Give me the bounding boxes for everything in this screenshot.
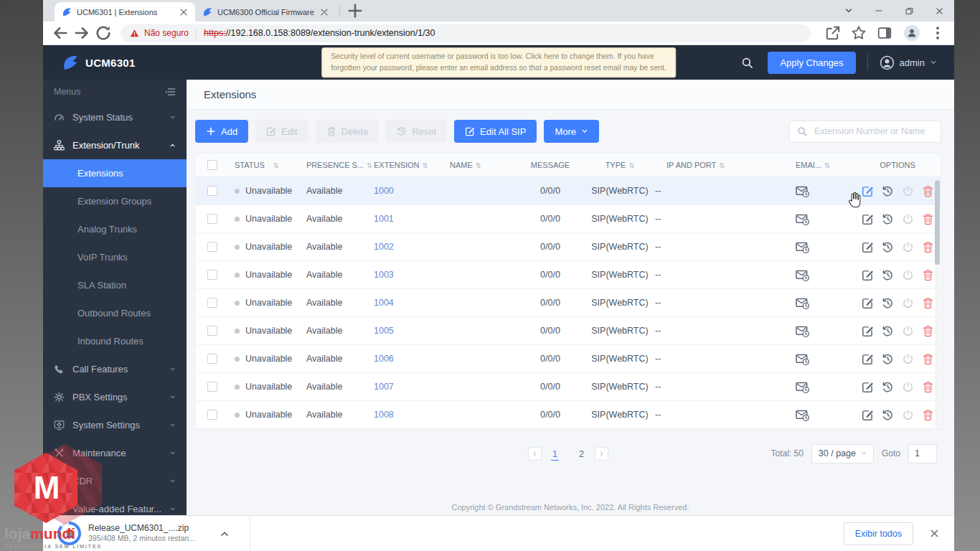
select-all-checkbox[interactable]	[207, 160, 217, 170]
sort-icon[interactable]: ⇅	[824, 161, 830, 169]
column-header-ip-and-port[interactable]: IP AND PORT⇅	[652, 161, 788, 169]
extension-link[interactable]: 1003	[374, 270, 394, 280]
column-header-extension[interactable]: EXTENSION⇅	[372, 161, 435, 169]
browser-profile-avatar[interactable]	[904, 25, 920, 41]
edit-extension-icon[interactable]	[862, 325, 874, 337]
download-expand-icon[interactable]	[220, 529, 230, 539]
row-checkbox[interactable]	[207, 354, 217, 364]
email-notification-icon[interactable]	[796, 268, 809, 282]
sort-icon[interactable]: ⇅	[719, 161, 725, 169]
reload-icon[interactable]	[95, 24, 112, 42]
email-notification-icon[interactable]	[796, 240, 809, 254]
minimize-icon[interactable]	[875, 6, 883, 15]
sidebar-item-extensions[interactable]: Extensions	[43, 159, 187, 187]
security-warning-banner[interactable]: Security level of current username or pa…	[321, 47, 676, 77]
forward-icon[interactable]	[73, 24, 90, 42]
edit-extension-icon[interactable]	[862, 241, 874, 253]
url-bar[interactable]: Não seguro https://192.168.0.158:8089/ex…	[121, 24, 811, 42]
reboot-extension-icon[interactable]	[902, 297, 914, 309]
sidebar-item-pbx-settings[interactable]: PBX Settings	[43, 383, 187, 411]
show-all-downloads-button[interactable]: Exibir todos	[844, 522, 913, 545]
extension-link[interactable]: 1008	[374, 410, 394, 420]
sort-icon[interactable]: ⇅	[367, 161, 372, 169]
reset-extension-icon[interactable]	[882, 213, 894, 225]
prev-page-button[interactable]	[528, 447, 542, 461]
reset-extension-icon[interactable]	[882, 353, 894, 365]
email-notification-icon[interactable]	[796, 296, 809, 310]
edit-extension-icon[interactable]	[862, 213, 874, 225]
page-button-1[interactable]: 1	[551, 448, 559, 461]
tab-ucm6300-firmware[interactable]: UCM6300 Official Firmware	[195, 2, 336, 22]
reset-button[interactable]: Reset	[386, 120, 447, 143]
delete-button[interactable]: Delete	[316, 120, 380, 143]
reset-extension-icon[interactable]	[882, 241, 894, 253]
extension-link[interactable]: 1004	[374, 298, 394, 308]
sort-icon[interactable]: ⇅	[476, 161, 481, 169]
row-checkbox[interactable]	[207, 298, 217, 308]
tab-ucm6301-extensions[interactable]: UCM6301 | Extensions	[55, 2, 195, 22]
delete-extension-icon[interactable]	[922, 353, 934, 365]
delete-extension-icon[interactable]	[922, 241, 934, 253]
extension-link[interactable]: 1007	[374, 382, 394, 392]
edit-button[interactable]: Edit	[255, 120, 308, 143]
row-checkbox[interactable]	[207, 410, 217, 420]
delete-extension-icon[interactable]	[922, 185, 934, 197]
user-menu[interactable]: admin	[880, 55, 937, 70]
page-button-2[interactable]: 2	[578, 448, 585, 460]
email-notification-icon[interactable]	[796, 380, 809, 394]
sidebar-item-extension-trunk[interactable]: Extension/Trunk	[43, 131, 187, 159]
sidebar-item-extension-groups[interactable]: Extension Groups	[43, 187, 187, 215]
delete-extension-icon[interactable]	[922, 297, 934, 309]
share-icon[interactable]	[825, 25, 841, 41]
sort-icon[interactable]: ⇅	[628, 161, 634, 169]
table-row[interactable]: Unavailable Available 1004 0/0/0 SIP(Web…	[196, 289, 941, 317]
restore-icon[interactable]	[905, 6, 914, 16]
reboot-extension-icon[interactable]	[902, 409, 914, 421]
apply-changes-button[interactable]: Apply Changes	[768, 52, 855, 74]
row-checkbox[interactable]	[207, 270, 217, 280]
reset-extension-icon[interactable]	[882, 409, 894, 421]
sort-icon[interactable]: ⇅	[423, 161, 428, 169]
sidebar-item-sla-station[interactable]: SLA Station	[43, 271, 187, 299]
extension-link[interactable]: 1005	[374, 326, 394, 336]
scrollbar-thumb[interactable]	[935, 180, 940, 265]
extension-link[interactable]: 1002	[374, 242, 394, 252]
tab-close-icon[interactable]	[319, 7, 329, 17]
sidebar-item-inbound-routes[interactable]: Inbound Routes	[43, 327, 187, 355]
column-header-status[interactable]: STATUS⇅	[229, 161, 303, 169]
table-row[interactable]: Unavailable Available 1003 0/0/0 SIP(Web…	[196, 261, 941, 289]
reset-extension-icon[interactable]	[882, 297, 894, 309]
reset-extension-icon[interactable]	[882, 381, 894, 393]
column-header-emai[interactable]: EMAI...⇅	[788, 161, 854, 169]
table-row[interactable]: Unavailable Available 1005 0/0/0 SIP(Web…	[196, 317, 941, 345]
edit-extension-icon[interactable]	[862, 353, 874, 365]
reboot-extension-icon[interactable]	[902, 213, 914, 225]
reboot-extension-icon[interactable]	[902, 325, 914, 337]
next-page-button[interactable]	[595, 447, 608, 461]
reboot-extension-icon[interactable]	[902, 381, 914, 393]
bookmark-star-icon[interactable]	[851, 25, 867, 41]
table-scrollbar[interactable]	[935, 179, 940, 428]
email-notification-icon[interactable]	[796, 324, 809, 338]
extension-link[interactable]: 1000	[374, 186, 394, 196]
close-window-icon[interactable]	[935, 6, 944, 16]
sidebar-item-system-settings[interactable]: System Settings	[43, 411, 187, 439]
email-notification-icon[interactable]	[796, 408, 809, 422]
new-tab-button[interactable]	[347, 2, 364, 19]
download-bar-close-icon[interactable]	[929, 528, 940, 539]
row-checkbox[interactable]	[207, 214, 217, 224]
delete-extension-icon[interactable]	[922, 409, 934, 421]
row-checkbox[interactable]	[207, 382, 217, 392]
table-row[interactable]: Unavailable Available 1002 0/0/0 SIP(Web…	[196, 233, 941, 261]
delete-extension-icon[interactable]	[922, 325, 934, 337]
goto-page-input[interactable]	[908, 444, 937, 463]
column-header-type[interactable]: TYPE⇅	[588, 161, 652, 169]
table-row[interactable]: Unavailable Available 1008 0/0/0 SIP(Web…	[196, 401, 941, 429]
extension-search-box[interactable]	[789, 121, 941, 143]
table-row[interactable]: Unavailable Available 1001 0/0/0 SIP(Web…	[196, 205, 941, 233]
edit-extension-icon[interactable]	[862, 269, 874, 281]
column-header-name[interactable]: NAME⇅	[435, 161, 513, 169]
tab-search-icon[interactable]	[844, 6, 853, 15]
more-button[interactable]: More	[544, 120, 599, 143]
edit-extension-icon[interactable]	[862, 381, 874, 393]
